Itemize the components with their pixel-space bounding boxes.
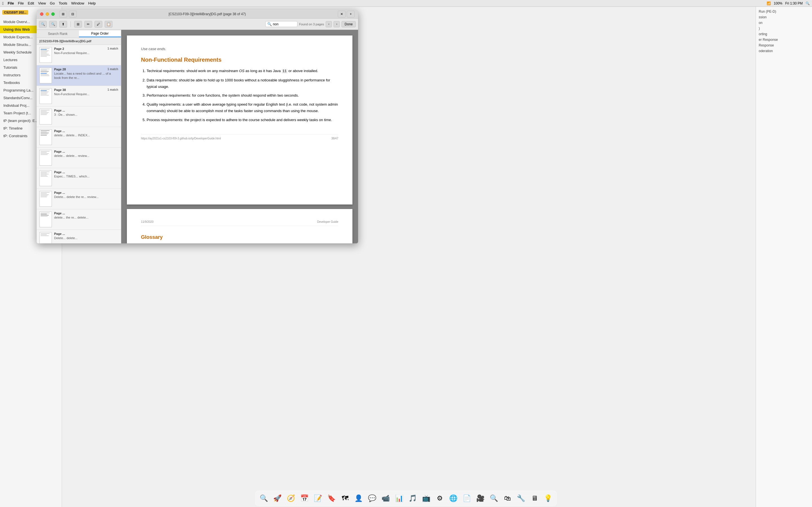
menu-go[interactable]: Go [50,1,55,5]
result-text: Page 2 1 match Non-Functional Require... [54,47,118,55]
result-snippet: Non-Functional Require... [54,92,118,96]
search-result-item[interactable]: Page ... Delete... delete the re... revi… [37,189,121,209]
view-options-button[interactable]: ⊟ [69,11,77,17]
footer-page-number: 38/47 [331,137,338,140]
requirement-3: Performance requirements: for core funct… [147,92,338,99]
result-match-count: 1 match [107,47,118,50]
toolbar-separator [70,21,71,27]
result-match-count: 1 match [107,68,118,71]
result-snippet: delete... the re... delete... [54,216,118,220]
result-snippet: Espec... TIMES... which... [54,174,118,179]
search-panel-tabs: Search Rank Page Order [37,30,121,38]
search-result-item[interactable]: Page ... delete... the re... delete... [37,209,121,230]
menu-window[interactable]: Window [71,1,84,5]
result-page: Page ... [54,109,118,112]
pdf-viewer-window: ⊞ ⊟ [CS2103-F09-3][IntelliiBrary]DG.pdf … [37,10,358,243]
search-result-item[interactable]: Page ... 3 : De... shown... [37,107,121,127]
pdf-page-39: 11/9/2020 Developer Guide Glossary Mains… [127,209,352,243]
share-button[interactable]: ⬆ [59,21,67,27]
page-date: 11/9/2020 [141,220,154,223]
search-results-list: Page 2 1 match Non-Functional Require... [37,45,121,243]
page-doc-title: Developer Guide [317,220,338,223]
pdf-content-area[interactable]: Use case ends. Non-Functional Requiremen… [121,30,358,243]
result-match-count: 1 match [107,88,118,91]
requirement-1: Technical requirements: should work on a… [147,68,338,75]
result-page: Page 28 1 match [54,68,118,71]
search-result-item[interactable]: Page ... delete... delete... review... [37,148,121,168]
result-snippet: Delete... delete... [54,236,118,240]
add-tab-button[interactable]: + [347,11,355,17]
app-menu-preview[interactable]: File [8,1,14,5]
search-container: 🔍 [265,21,297,27]
result-snippet: Delete... delete the re... review... [54,195,118,199]
done-button[interactable]: Done [342,21,356,27]
result-snippet: delete... delete... INDEX... [54,133,118,137]
search-result-item[interactable]: Page ... delete... delete... INDEX... [37,127,121,148]
page-thumbnail [40,170,52,186]
menu-help[interactable]: Help [88,1,96,5]
result-page: Page ... [54,232,118,235]
menu-bar-left:  File File Edit View Go Tools Window He… [2,1,96,6]
zoom-in-button[interactable]: 🔍 [49,21,57,27]
result-text: Page ... Espec... TIMES... which... [54,170,118,179]
desktop: CS2103/T 202... Module Overvi... Using t… [0,7,406,253]
search-icon: 🔍 [267,22,272,26]
menu-edit[interactable]: Edit [28,1,34,5]
result-page: Page ... [54,150,118,153]
search-bar-area: 🔍 Found on 3 pages ‹ › Done [265,21,356,27]
zoom-out-icon: 🔍 [41,22,45,26]
notes-button[interactable]: 📋 [105,21,112,27]
requirement-2: Data requirements: should be able to hol… [147,77,338,90]
result-text: Page ... delete... delete... review... [54,150,118,158]
apple-menu[interactable]:  [2,1,4,6]
requirements-list: Technical requirements: should work on a… [147,68,338,123]
page-thumbnail [40,150,52,166]
menu-tools[interactable]: Tools [59,1,67,5]
tab-search-rank[interactable]: Search Rank [37,31,79,37]
use-case-end: Use case ends. [141,47,338,51]
footer-url: https://ay2021s1-cs2103-f09-3.github.io/… [141,137,221,140]
menu-view[interactable]: View [38,1,46,5]
next-result-button[interactable]: › [334,21,340,27]
search-input[interactable] [273,22,296,26]
search-results-panel: Search Rank Page Order [CS2103-F09-3][In… [37,30,121,243]
sidebar-toggle-button[interactable]: ⊞ [59,11,67,17]
result-page: Page ... [54,212,118,215]
zoom-in-icon: 🔍 [51,22,55,26]
close-search-button[interactable]: ✕ [338,11,346,17]
result-page: Page 38 1 match [54,88,118,92]
result-snippet: delete... delete... review... [54,154,118,158]
search-result-item[interactable]: Page 2 1 match Non-Functional Require... [37,45,121,65]
search-result-item[interactable]: Page ... Espec... TIMES... which... [37,168,121,189]
result-snippet: 3 : De... shown... [54,113,118,117]
pdf-window-title: [CS2103-F09-3][IntelliiBrary]DG.pdf (pag… [79,12,336,16]
page-thumbnail [40,232,52,243]
result-text: Page ... delete... delete... INDEX... [54,129,118,137]
result-text: Page ... Delete... delete the re... revi… [54,191,118,199]
minimize-button[interactable] [46,12,49,16]
search-result-item[interactable]: Page 38 1 match Non-Functional Require..… [37,86,121,107]
page-thumbnail [40,68,52,83]
highlight-button[interactable]: 🖊 [94,21,102,27]
page-thumbnail [40,109,52,124]
search-found-label: Found on 3 pages [299,22,324,26]
close-button[interactable] [40,12,43,16]
result-snippet: Locate... has a need to collect and ... … [54,71,118,80]
prev-result-button[interactable]: ‹ [326,21,332,27]
pdf-titlebar: ⊞ ⊟ [CS2103-F09-3][IntelliiBrary]DG.pdf … [37,10,358,18]
pdf-page-footer: https://ay2021s1-cs2103-f09-3.github.io/… [141,134,338,140]
annotate-button[interactable]: ✏ [84,21,92,27]
two-page-view-button[interactable]: ⊞ [74,21,82,27]
requirement-4: Quality requirements: a user with above … [147,101,338,114]
page-thumbnail [40,212,52,227]
result-text: Page ... 3 : De... shown... [54,109,118,117]
page-thumbnail [40,129,52,145]
tab-page-order[interactable]: Page Order [79,31,121,37]
menu-bar:  File File Edit View Go Tools Window He… [0,0,406,7]
zoom-out-button[interactable]: 🔍 [39,21,47,27]
menu-file[interactable]: File [18,1,24,5]
maximize-button[interactable] [51,12,55,16]
search-result-item[interactable]: Page ... Delete... delete... [37,230,121,243]
search-panel-filename: [CS2103-F09-3][IntelliiBrary]DG.pdf [37,38,121,45]
search-result-item[interactable]: Page 28 1 match Locate... has a need to … [37,65,121,86]
